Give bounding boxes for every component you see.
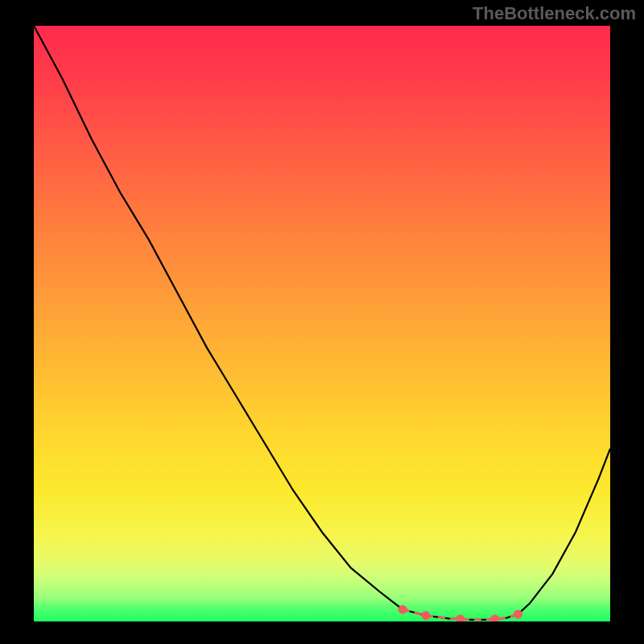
- highlight-marker: [421, 611, 430, 620]
- highlight-marker: [398, 605, 407, 614]
- attribution-text: TheBottleneck.com: [473, 3, 636, 24]
- plot-area: [34, 26, 610, 621]
- chart-svg: [34, 26, 610, 621]
- highlight-marker: [490, 615, 499, 622]
- highlight-marker: [514, 610, 522, 619]
- bottleneck-curve: [34, 26, 610, 620]
- highlight-marker: [456, 615, 464, 622]
